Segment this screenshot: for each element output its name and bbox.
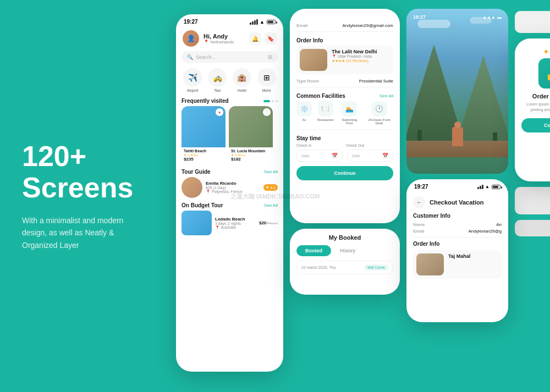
booked-tabs: Booted History xyxy=(296,245,393,256)
tour-guide-section: Emilia Ricardo $25 (1 Day) 📍 Polynesia, … xyxy=(176,177,283,198)
travel-status: 19:27 ▲▲▲ ▬ xyxy=(413,14,502,20)
airport-label: Airport xyxy=(187,89,199,92)
wifi-icon: ▲ xyxy=(260,19,265,25)
tab-history[interactable]: History xyxy=(334,245,361,256)
checkout-email-label: Email xyxy=(413,229,424,234)
email-label: Email xyxy=(296,23,307,28)
taxi-icon: 🚕 xyxy=(208,68,227,87)
phone-main: 19:27 ▲ 👤 Hi, Andy 📍 Netherlands 🔔 🔖 xyxy=(176,14,283,372)
tour-see-all[interactable]: See All xyxy=(264,169,278,174)
person-head xyxy=(454,122,461,128)
checkout-label: Check Out xyxy=(346,143,393,147)
facilities-see-all[interactable]: See All xyxy=(380,93,393,98)
checkout-email-row: Email Andylexian29@g xyxy=(413,229,502,234)
checkout-calendar-icon: 📅 xyxy=(382,153,388,158)
travel-battery: ▬ xyxy=(497,15,502,20)
checkout-title: Checkout Vacation xyxy=(430,199,483,206)
bookmark-icon[interactable]: 🔖 xyxy=(265,32,277,45)
col2: Email Andylexian29@gmail.com Order Info … xyxy=(290,9,400,295)
card1-price: $235 xyxy=(184,157,223,162)
room-type-row: Type Room Presidential Suite xyxy=(296,79,393,84)
room-type-value: Presidential Suite xyxy=(359,79,393,84)
tour-guide-title: Tour Guide xyxy=(182,169,211,175)
battery-icon xyxy=(267,20,276,24)
profile-row: 👤 Hi, Andy 📍 Netherlands 🔔 🔖 xyxy=(176,27,283,49)
more-label: More xyxy=(262,89,271,92)
phone-booked: My Booked Booted History 22 march 2022, … xyxy=(290,229,400,295)
success-continue-btn[interactable]: Continue xyxy=(521,118,550,132)
checkout-order-info-title: Order Info xyxy=(413,241,502,247)
success-stars: ✦ ✦ ✦ xyxy=(543,47,550,56)
checkout-email-value: Andylexian29@g xyxy=(468,229,502,234)
guide1-name: Emilia Ricardo xyxy=(206,181,260,186)
category-airport[interactable]: ✈️ Airport xyxy=(183,68,202,92)
heart-btn-1[interactable]: ♥ xyxy=(216,108,223,116)
status-bar-1: 19:27 ▲ xyxy=(176,14,283,27)
budget-price: $20/Person xyxy=(259,220,278,225)
phone-hotel: Email Andylexian29@gmail.com Order Info … xyxy=(290,9,400,223)
booked-card: 22 march 2022, Thu Will Come xyxy=(296,261,393,274)
checkin-input[interactable]: Date 📅 xyxy=(296,150,343,162)
facility-pool: 🏊 Swimming Pool xyxy=(339,101,360,125)
col3: 19:27 ▲▲▲ ▬ 19:27 ▲ xyxy=(406,9,508,322)
hotel-location: 📍 Uttar Pradesh, India xyxy=(332,54,377,59)
checkout-order-card: Taj Mahal xyxy=(413,250,502,279)
mountain-right xyxy=(456,56,508,143)
budget-loc: 📍 Australia xyxy=(215,225,256,230)
travel-background: 19:27 ▲▲▲ ▬ xyxy=(406,9,508,174)
customer-info-title: Customer Info xyxy=(413,213,502,219)
guide1-price: $25 (1 Day) xyxy=(206,186,260,190)
checkin-label: Check in xyxy=(296,143,344,147)
travel-status-icons: ▲▲▲ ▬ xyxy=(482,15,502,20)
stay-time-title: Stay time xyxy=(296,135,321,141)
checkout-input[interactable]: Date 📅 xyxy=(347,150,393,162)
feat-card-1[interactable]: ♥ Tahiti Beach ★ 4.4(32) $235 xyxy=(182,106,226,163)
hotel-label: Hotel xyxy=(238,89,246,92)
more-icon: ⊞ xyxy=(257,68,276,87)
checkout-status-icons: ▲ xyxy=(477,184,501,189)
pool-icon: 🏊 xyxy=(342,101,357,117)
heart-btn-2[interactable]: ♡ xyxy=(263,108,271,116)
search-bar[interactable]: 🔍 Search... ⊞ xyxy=(182,51,278,63)
feat-card-2[interactable]: ♡ St. Lucia Mountain ★ 4.4(41) $182 xyxy=(229,106,273,163)
grey-card-bottom xyxy=(515,187,550,214)
email-value: Andylexian29@gmail.com xyxy=(342,23,393,28)
status-bar-2 xyxy=(290,9,400,19)
search-icon: 🔍 xyxy=(187,54,193,60)
category-taxi[interactable]: 🚕 Taxi xyxy=(208,68,227,92)
will-come-badge: Will Come xyxy=(364,264,388,270)
filter-icon: ⊞ xyxy=(268,54,272,60)
facility-ac: ❄️ Ac xyxy=(296,101,312,125)
budget-tour-title: On Budget Tour xyxy=(182,202,223,208)
budget-name: Ledadu Beach xyxy=(215,217,256,222)
back-btn[interactable]: ← xyxy=(413,196,425,208)
hotel-content: Email Andylexian29@gmail.com Order Info … xyxy=(290,19,400,185)
category-more[interactable]: ⊞ More xyxy=(257,68,276,92)
tab-booked[interactable]: Booted xyxy=(296,245,331,256)
thumbs-icon: 👍 xyxy=(538,58,551,89)
card2-price: $182 xyxy=(231,157,271,162)
card2-name: St. Lucia Mountain xyxy=(231,149,271,153)
budget-see-all[interactable]: See All xyxy=(264,203,278,208)
stay-time-header: Stay time xyxy=(296,133,393,143)
travel-time: 19:27 xyxy=(413,14,426,20)
status-bar-checkout: 19:27 ▲ xyxy=(406,179,508,192)
booked-content: My Booked Booted History 22 march 2022, … xyxy=(290,229,400,280)
success-content: ✦ ✦ ✦ 👍 Order Successf Lorem Ipsum is si… xyxy=(515,38,550,141)
travel-signal: ▲▲▲ xyxy=(482,15,496,20)
card2-rating: ★ 4.4(41) xyxy=(231,153,271,157)
checkout-header: ← Checkout Vacation xyxy=(413,196,502,208)
checkout-wifi: ▲ xyxy=(485,184,490,189)
order-info-title: Order Info xyxy=(296,37,323,43)
phone-travel: 19:27 ▲▲▲ ▬ xyxy=(406,9,508,174)
date-row: Date 📅 Date 📅 xyxy=(296,150,393,162)
airport-icon: ✈️ xyxy=(183,68,202,87)
hotel-continue-btn[interactable]: Continue xyxy=(296,166,393,180)
order-info-card: The Lalit New Delhi 📍 Uttar Pradesh, Ind… xyxy=(296,46,393,74)
guide1-loc: 📍 Polynesia, French xyxy=(206,190,260,194)
screens-area: 19:27 ▲ 👤 Hi, Andy 📍 Netherlands 🔔 🔖 xyxy=(170,0,550,392)
hotel-thumbnail xyxy=(300,49,327,71)
facilities-title: Common Facilities xyxy=(296,93,345,99)
category-hotel[interactable]: 🏨 Hotel xyxy=(233,68,251,92)
bell-icon[interactable]: 🔔 xyxy=(249,32,261,45)
